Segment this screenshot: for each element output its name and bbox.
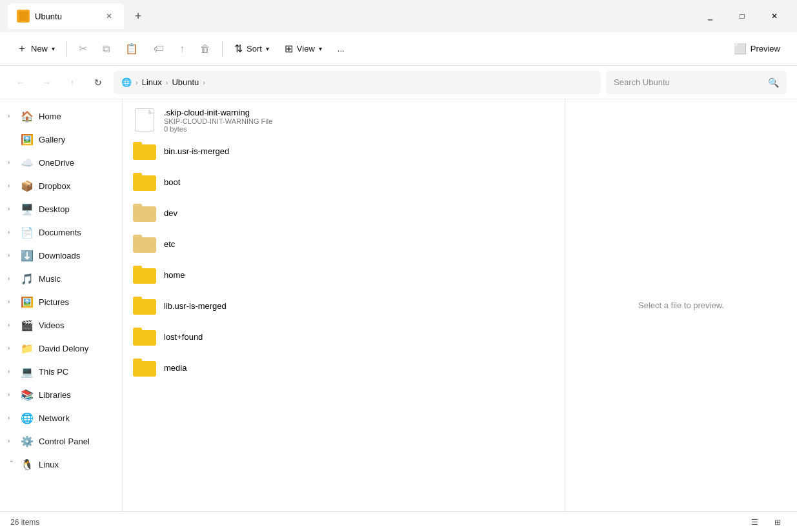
minimize-button[interactable]: ⎯: [695, 5, 725, 28]
sidebar-item-desktop[interactable]: › 🖥️ Desktop: [0, 197, 122, 221]
sidebar-item-control-panel[interactable]: › ⚙️ Control Panel: [0, 429, 122, 453]
preview-panel: Select a file to preview.: [565, 99, 797, 511]
active-tab[interactable]: Ubuntu ✕: [8, 3, 124, 29]
grid-view-button[interactable]: ⊞: [769, 513, 787, 531]
view-button[interactable]: ⊞ View ▾: [278, 37, 328, 61]
rename-button[interactable]: 🏷: [147, 37, 170, 61]
new-label: New: [31, 44, 48, 54]
back-button[interactable]: ←: [10, 72, 31, 93]
sidebar-label-music: Music: [39, 274, 114, 284]
sidebar-item-music[interactable]: › 🎵 Music: [0, 267, 122, 290]
sidebar-item-downloads[interactable]: › ⬇️ Downloads: [0, 244, 122, 267]
sidebar-item-gallery[interactable]: 🖼️ Gallery: [0, 128, 122, 151]
sidebar-label-pictures: Pictures: [39, 297, 114, 307]
list-item[interactable]: .skip-cloud-init-warning SKIP-CLOUD-INIT…: [123, 104, 565, 135]
folder-icon-container: [133, 170, 156, 193]
paste-button[interactable]: 📋: [119, 37, 145, 61]
sidebar-label-home: Home: [39, 112, 114, 121]
file-name: bin.usr-is-merged: [164, 146, 554, 156]
folder-icon: [133, 204, 156, 222]
chevron-icon: ›: [8, 275, 15, 282]
delete-icon: 🗑: [200, 43, 210, 55]
sidebar-item-libraries[interactable]: › 📚 Libraries: [0, 383, 122, 406]
folder-icon: [133, 266, 156, 284]
rename-icon: 🏷: [154, 43, 164, 55]
sidebar-label-this-pc: This PC: [39, 367, 114, 377]
preview-icon: ⬜: [734, 43, 747, 55]
more-button[interactable]: ...: [331, 37, 351, 61]
list-item[interactable]: etc: [123, 228, 565, 259]
sidebar-label-documents: Documents: [39, 228, 114, 237]
paste-icon: 📋: [125, 43, 138, 55]
folder-icon: [133, 297, 156, 315]
folder-icon-container: [133, 139, 156, 163]
sidebar-item-documents[interactable]: › 📄 Documents: [0, 221, 122, 244]
list-item[interactable]: boot: [123, 166, 565, 197]
chevron-icon: ›: [8, 345, 15, 351]
copy-button[interactable]: ⧉: [96, 37, 116, 61]
list-view-button[interactable]: ☰: [745, 513, 763, 531]
file-name: dev: [164, 208, 554, 218]
sort-button[interactable]: ⇅ Sort ▾: [228, 37, 276, 61]
sidebar-label-downloads: Downloads: [39, 251, 114, 261]
file-name: boot: [164, 177, 554, 187]
sidebar-item-videos[interactable]: › 🎬 Videos: [0, 313, 122, 337]
file-name: lib.usr-is-merged: [164, 301, 554, 311]
chevron-icon: ›: [8, 391, 15, 398]
sidebar-item-dropbox[interactable]: › 📦 Dropbox: [0, 174, 122, 197]
breadcrumb-linux: Linux: [142, 77, 162, 87]
main-layout: › 🏠 Home 🖼️ Gallery › ☁️ OneDrive › 📦 Dr…: [0, 99, 797, 511]
linux-icon: 🐧: [21, 458, 34, 471]
list-item[interactable]: media: [123, 352, 565, 383]
cut-icon: ✂: [79, 43, 87, 55]
new-button[interactable]: ＋ New ▾: [10, 37, 61, 61]
sort-label: Sort: [247, 44, 262, 54]
sidebar-item-david-delony[interactable]: › 📁 David Delony: [0, 337, 122, 360]
folder-icon-container: [133, 263, 156, 286]
tab-folder-icon: [17, 10, 30, 23]
sidebar-item-linux[interactable]: › 🐧 Linux: [0, 453, 122, 476]
tab-label: Ubuntu: [35, 12, 98, 21]
chevron-icon: ›: [8, 252, 15, 259]
status-right: ☰ ⊞: [745, 513, 787, 531]
sidebar-item-pictures[interactable]: › 🖼️ Pictures: [0, 290, 122, 313]
dropbox-icon: 📦: [21, 180, 34, 192]
sidebar-item-network[interactable]: › 🌐 Network: [0, 406, 122, 429]
breadcrumb-ubuntu: Ubuntu: [172, 77, 199, 87]
new-tab-button[interactable]: +: [126, 5, 150, 28]
chevron-icon: ›: [8, 229, 15, 235]
chevron-icon: ›: [8, 322, 15, 328]
file-icon: [133, 108, 156, 132]
home-icon: 🏠: [21, 110, 34, 123]
cut-button[interactable]: ✂: [72, 37, 94, 61]
list-item[interactable]: dev: [123, 197, 565, 228]
maximize-button[interactable]: □: [727, 5, 757, 28]
sidebar-label-onedrive: OneDrive: [39, 158, 114, 168]
sidebar-label-libraries: Libraries: [39, 390, 114, 400]
sidebar-item-this-pc[interactable]: › 💻 This PC: [0, 360, 122, 383]
address-bar: ← → ↑ ↻ 🌐 › Linux › Ubuntu › Search Ubun…: [0, 66, 797, 99]
forward-button[interactable]: →: [36, 72, 57, 93]
list-item[interactable]: bin.usr-is-merged: [123, 135, 565, 166]
up-button[interactable]: ↑: [62, 72, 83, 93]
close-button[interactable]: ✕: [760, 5, 789, 28]
list-item[interactable]: lost+found: [123, 321, 565, 352]
breadcrumb[interactable]: 🌐 › Linux › Ubuntu ›: [114, 71, 601, 94]
folder-icon: [133, 359, 156, 377]
search-box[interactable]: Search Ubuntu 🔍: [606, 71, 787, 94]
sidebar-item-home[interactable]: › 🏠 Home: [0, 104, 122, 128]
sidebar-item-onedrive[interactable]: › ☁️ OneDrive: [0, 151, 122, 174]
tab-close-button[interactable]: ✕: [103, 10, 115, 22]
sort-icon: ⇅: [234, 43, 243, 55]
list-item[interactable]: lib.usr-is-merged: [123, 290, 565, 321]
list-item[interactable]: home: [123, 259, 565, 290]
title-bar: Ubuntu ✕ + ⎯ □ ✕: [0, 0, 797, 32]
refresh-button[interactable]: ↻: [88, 72, 108, 93]
folder-icon-container: [133, 201, 156, 224]
preview-button[interactable]: ⬜ Preview: [727, 37, 787, 61]
delete-button[interactable]: 🗑: [194, 37, 217, 61]
folder-icon-container: [133, 356, 156, 379]
share-button[interactable]: ↑: [173, 37, 191, 61]
document-icon: [135, 108, 154, 132]
search-placeholder: Search Ubuntu: [614, 77, 763, 87]
